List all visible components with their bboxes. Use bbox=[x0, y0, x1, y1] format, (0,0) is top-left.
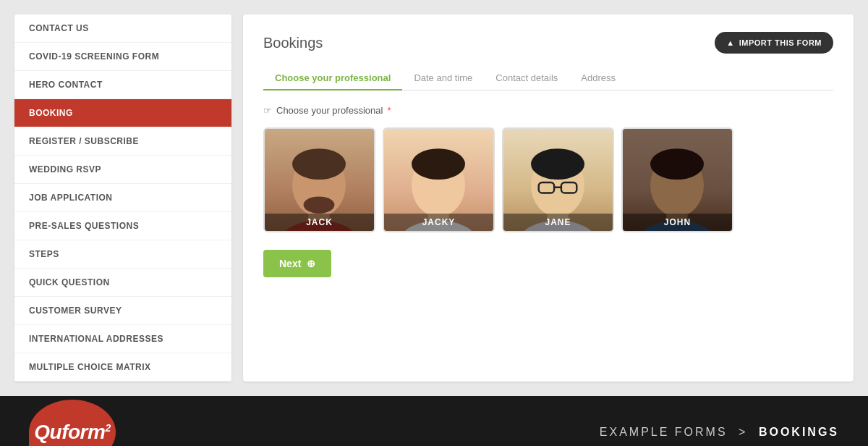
sidebar-item-customer-survey[interactable]: CUSTOMER SURVEY bbox=[14, 297, 231, 325]
sidebar-item-multiple-choice-matrix[interactable]: MULTIPLE CHOICE MATRIX bbox=[14, 353, 231, 382]
sidebar-item-job-application[interactable]: JOB APPLICATION bbox=[14, 184, 231, 212]
import-button[interactable]: ▲ IMPORT THIS FORM bbox=[715, 32, 833, 54]
sidebar-item-steps[interactable]: STEPS bbox=[14, 240, 231, 269]
logo-circle: Quform2 bbox=[29, 400, 116, 446]
sidebar-item-booking[interactable]: BOOKING bbox=[14, 99, 231, 127]
sidebar-item-international-addresses[interactable]: INTERNATIONAL ADDRESSES bbox=[14, 325, 231, 353]
svg-point-12 bbox=[531, 148, 584, 180]
professional-card-jane[interactable]: JANE bbox=[502, 127, 614, 232]
content-header: Bookings ▲ IMPORT THIS FORM bbox=[263, 32, 833, 54]
svg-point-8 bbox=[412, 148, 465, 180]
section-label: ☞ Choose your professional * bbox=[263, 105, 833, 116]
logo-text: Quform2 bbox=[34, 421, 110, 444]
hand-pointer-icon: ☞ bbox=[263, 105, 272, 116]
professional-card-jacky[interactable]: JACKY bbox=[383, 127, 495, 232]
sidebar-item-covid-screening[interactable]: COVID-19 SCREENING FORM bbox=[14, 43, 231, 71]
footer: Quform2 EXAMPLE FORMS > BOOKINGS bbox=[0, 396, 868, 446]
next-button[interactable]: Next ⊕ bbox=[263, 250, 331, 277]
arrow-icon: > bbox=[739, 426, 747, 438]
step-tabs: Choose your professionalDate and timeCon… bbox=[263, 67, 833, 91]
content-area: Bookings ▲ IMPORT THIS FORM Choose your … bbox=[243, 14, 854, 382]
footer-logo: Quform2 bbox=[29, 400, 116, 446]
svg-point-19 bbox=[650, 148, 704, 180]
sidebar-item-pre-sales[interactable]: PRE-SALES QUESTIONS bbox=[14, 212, 231, 240]
sidebar-item-contact-us[interactable]: CONTACT US bbox=[14, 14, 231, 43]
sidebar: CONTACT USCOVID-19 SCREENING FORMHERO CO… bbox=[14, 14, 231, 382]
sidebar-item-wedding-rsvp[interactable]: WEDDING RSVP bbox=[14, 156, 231, 184]
professional-name-jack: JACK bbox=[265, 214, 374, 231]
professional-card-jack[interactable]: JACK bbox=[263, 127, 375, 232]
professional-card-john[interactable]: JOHN bbox=[621, 127, 733, 232]
professional-name-jane: JANE bbox=[503, 214, 613, 231]
sidebar-item-register-subscribe[interactable]: REGISTER / SUBSCRIBE bbox=[14, 127, 231, 156]
footer-tagline: EXAMPLE FORMS > BOOKINGS bbox=[600, 426, 839, 439]
professionals-grid: JACKJACKYJANEJOHN bbox=[263, 127, 833, 232]
next-icon: ⊕ bbox=[307, 258, 315, 269]
required-marker: * bbox=[387, 105, 391, 116]
svg-point-4 bbox=[304, 196, 335, 213]
tab-date-time[interactable]: Date and time bbox=[402, 67, 484, 91]
sidebar-item-quick-question[interactable]: QUICK QUESTION bbox=[14, 269, 231, 297]
tab-choose-professional[interactable]: Choose your professional bbox=[263, 67, 402, 91]
professional-name-john: JOHN bbox=[623, 214, 732, 231]
tab-address[interactable]: Address bbox=[569, 67, 627, 91]
sidebar-item-hero-contact[interactable]: HERO CONTACT bbox=[14, 71, 231, 99]
professional-name-jacky: JACKY bbox=[384, 214, 493, 231]
page-title: Bookings bbox=[263, 35, 323, 51]
svg-point-3 bbox=[292, 148, 346, 180]
arrow-up-icon: ▲ bbox=[726, 38, 734, 47]
tab-contact-details[interactable]: Contact details bbox=[484, 67, 569, 91]
